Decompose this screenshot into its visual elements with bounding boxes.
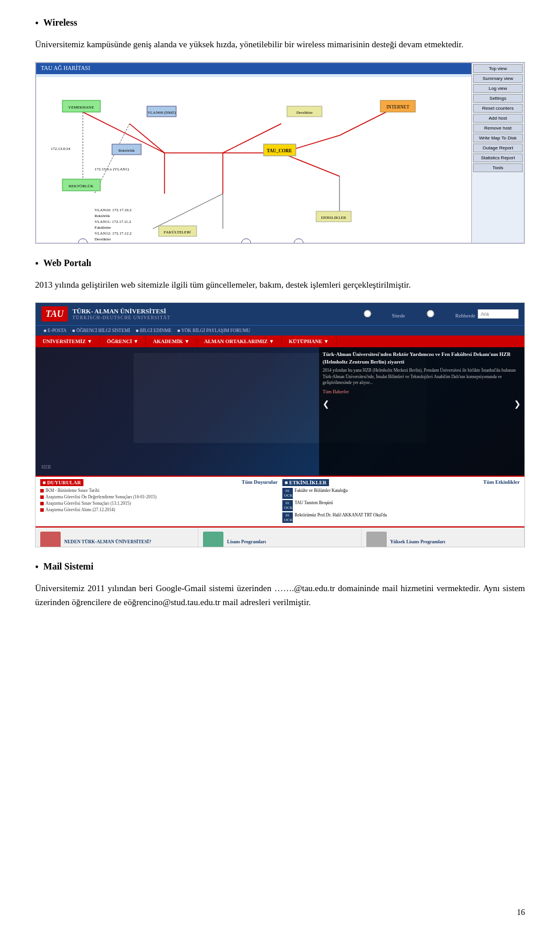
wp-university-name-tr: TÜRK- ALMAN ÜNİVERSİTESİ	[72, 308, 170, 315]
news-item-2: Araştırma Görevlisi Ön Değerlendirme Son…	[46, 494, 156, 500]
network-diagram-screenshot: TAU AĞ HARİTASI Help	[35, 62, 525, 244]
svg-line-12	[153, 194, 223, 229]
event-item-3: Rektörümüz Prof.Dr. Halil AKKANAT TRT Ok…	[295, 512, 387, 518]
wp-events-heading: ■ ETKİNLİKLER	[282, 479, 329, 486]
wp-events-link[interactable]: Tüm Etkinlikler	[483, 479, 520, 486]
svg-text:YEMEKHANE: YEMEKHANE	[68, 105, 94, 110]
svg-text:172.13.0/24: 172.13.0/24	[51, 146, 71, 151]
wp-main-nav: ÜNİVERSİTEMİZ ▼ ÖĞRENCİ ▼ AKADEMİK ▼ ALM…	[36, 336, 524, 347]
wp-nav-kutuphane[interactable]: KÜTÜPHANE ▼	[282, 336, 337, 347]
web-portal-screenshot: TAU TÜRK- ALMAN ÜNİVERSİTESİ TÜRKISCH-DE…	[35, 302, 525, 547]
wp-footer-card-2[interactable]: Lisans Programları	[198, 528, 361, 547]
wp-events-col: ■ ETKİNLİKLER Tüm Etkinlikler 01OCK Fakü…	[282, 479, 520, 524]
wp-nav-universitomiz[interactable]: ÜNİVERSİTEMİZ ▼	[36, 336, 100, 347]
svg-text:VLAN69 (DMZ): VLAN69 (DMZ)	[148, 110, 176, 115]
svg-text:INTERNET: INTERNET	[386, 104, 409, 110]
svg-text:Fakülteler: Fakülteler	[94, 225, 111, 230]
wp-hero-image: HZB Türk-Alman Üniversitesi'nden Rektör …	[36, 347, 524, 476]
wp-news-heading: ■ DUYURULAR	[40, 479, 83, 486]
event-item-1: Fakülte ve Bölümler Kataloğu	[295, 488, 348, 493]
mail-text-2: @tau.edu.tr domaininde mail hizmetini ve…	[294, 584, 481, 593]
svg-text:TAU_CORE: TAU_CORE	[267, 148, 292, 153]
news-dot-4	[40, 508, 44, 512]
settings-btn[interactable]: Settings	[473, 94, 523, 103]
add-host-btn[interactable]: Add host	[473, 114, 523, 123]
list-item: 01OCK Fakülte ve Bölümler Kataloğu	[282, 488, 520, 499]
wp-hero: HZB Türk-Alman Üniversitesi'nden Rektör …	[36, 347, 524, 476]
network-topbar: TAU AĞ HARİTASI Help	[36, 63, 524, 74]
wp-footer-img-2	[203, 532, 223, 547]
wp-news-col: ■ DUYURULAR Tüm Duyurular İKM - Bütünlem…	[40, 479, 278, 524]
write-map-btn[interactable]: Write Map To Disk	[473, 134, 523, 142]
wp-footer-label-1: NEDEN TÜRK-ALMAN ÜNİVERSİTESİ?	[64, 539, 151, 544]
page-number: 16	[517, 908, 525, 917]
network-diagram: TAU AĞ HARİTASI Help	[36, 62, 524, 243]
mail-text: Üniversitemiz 2011 yılından beri Google-…	[35, 581, 525, 609]
wp-footer-card-1[interactable]: NEDEN TÜRK-ALMAN ÜNİVERSİTESİ?	[36, 528, 198, 547]
wp-search-input[interactable]	[478, 309, 519, 319]
wireless-heading: Wireless	[43, 18, 77, 28]
wp-rehberde-radio[interactable]	[407, 310, 454, 317]
remove-host-btn[interactable]: Remove host	[473, 124, 523, 132]
outage-report-btn[interactable]: Outage Report	[473, 144, 523, 152]
svg-text:DERSLIKLER: DERSLIKLER	[321, 215, 346, 220]
wp-bilgi-link[interactable]: ■ BİLGİ EDİNME	[134, 327, 174, 334]
wp-next-arrow[interactable]: ❯	[514, 399, 521, 410]
wp-eposta-link[interactable]: ■ E-POSTA	[41, 327, 69, 334]
top-view-btn[interactable]: Top view	[473, 64, 523, 73]
mail-text-1: Üniversitemiz 2011 yılından beri Google-…	[35, 584, 294, 593]
list-item: Araştırma Görevlisi Alımı (27.12.2014)	[40, 507, 278, 512]
wp-sitede-radio[interactable]	[344, 310, 391, 317]
svg-text:AP: AP	[296, 242, 301, 243]
wp-obs-link[interactable]: ■ ÖĞRENCİ BİLGİ SİSTEMİ	[70, 327, 132, 334]
statistics-report-btn[interactable]: Statistics Report	[473, 153, 523, 162]
wireless-text: Üniversitemiz kampüsünde geniş alanda ve…	[35, 37, 525, 51]
wp-hero-arrows: ❮ ❯	[323, 399, 521, 410]
list-item: 01OCK Rektörümüz Prof.Dr. Halil AKKANAT …	[282, 512, 520, 523]
svg-text:AP: AP	[244, 242, 249, 243]
wp-yok-link[interactable]: ■ YÖK BİLGİ PAYLAŞIM FORUMU	[175, 327, 253, 334]
news-dot-3	[40, 502, 44, 505]
svg-text:AP: AP	[80, 242, 85, 243]
wp-hero-body: 2014 yılından bu yana HZB (Helmholtz Mer…	[323, 368, 521, 386]
event-date-3: 01OCK	[282, 512, 293, 523]
wp-top-nav: ■ E-POSTA ■ ÖĞRENCİ BİLGİ SİSTEMİ ■ BİLG…	[36, 325, 524, 336]
wp-hero-overlay: Türk-Alman Üniversitesi'nden Rektör Yard…	[319, 347, 524, 476]
wp-nav-alman[interactable]: ALMAN ORTAKLARIMIZ ▼	[197, 336, 282, 347]
wireless-bullet: •	[35, 18, 38, 30]
wp-footer-card-3[interactable]: Yüksek Lisans Programları	[362, 528, 524, 547]
event-date-2: 01OCK	[282, 500, 293, 511]
svg-text:Rektörlik: Rektörlik	[94, 214, 110, 218]
news-item-1: İKM - Bütünleme Sınav Tarihi	[46, 488, 99, 493]
summary-view-btn[interactable]: Summary view	[473, 74, 523, 83]
svg-line-9	[340, 112, 386, 135]
svg-text:VLAN12: 172.17.12.2: VLAN12: 172.17.12.2	[94, 231, 132, 236]
wp-footer-label-2: Lisans Programları	[227, 539, 266, 544]
wp-footer-img-3	[366, 532, 387, 547]
svg-text:VLAN11: 172.17.11.2: VLAN11: 172.17.11.2	[94, 219, 131, 224]
network-main-area: INTERNET TAU_CORE YEMEKHANE REKTÖRLÜK VL…	[36, 77, 471, 243]
svg-text:VLAN10: 172.17.10.2: VLAN10: 172.17.10.2	[94, 208, 132, 212]
wp-news-section: ■ DUYURULAR Tüm Duyurular İKM - Bütünlem…	[36, 476, 524, 526]
wp-nav-ogrenci[interactable]: ÖĞRENCİ ▼	[100, 336, 146, 347]
wp-hero-link[interactable]: Tüm Haberler	[323, 389, 521, 395]
wp-body: HZB Türk-Alman Üniversitesi'nden Rektör …	[36, 347, 524, 476]
wp-search-area: Sitede Rehberde	[344, 309, 519, 319]
web-bullet: •	[35, 258, 38, 271]
wp-news-link[interactable]: Tüm Duyurular	[242, 479, 278, 486]
wp-prev-arrow[interactable]: ❮	[323, 399, 330, 410]
wp-nav-akademik[interactable]: AKADEMİK ▼	[146, 336, 197, 347]
network-svg: INTERNET TAU_CORE YEMEKHANE REKTÖRLÜK VL…	[36, 77, 471, 243]
web-text: 2013 yılında geliştirilen web sitemizle …	[35, 278, 525, 292]
wp-events-title: ■ ETKİNLİKLER Tüm Etkinlikler	[282, 479, 520, 486]
tools-btn[interactable]: Tools	[473, 163, 523, 172]
log-view-btn[interactable]: Log view	[473, 84, 523, 93]
reset-counters-btn[interactable]: Reset counters	[473, 104, 523, 113]
svg-text:Rektörlük: Rektörlük	[118, 148, 135, 153]
news-dot-2	[40, 495, 44, 499]
list-item: Araştırma Görevlisi Ön Değerlendirme Son…	[40, 494, 278, 500]
svg-line-8	[281, 153, 340, 176]
wp-rehberde-label: Rehberde	[407, 310, 475, 319]
svg-text:FAKÜLTELERf: FAKÜLTELERf	[164, 230, 191, 235]
mail-heading: Mail Sistemi	[43, 561, 93, 572]
